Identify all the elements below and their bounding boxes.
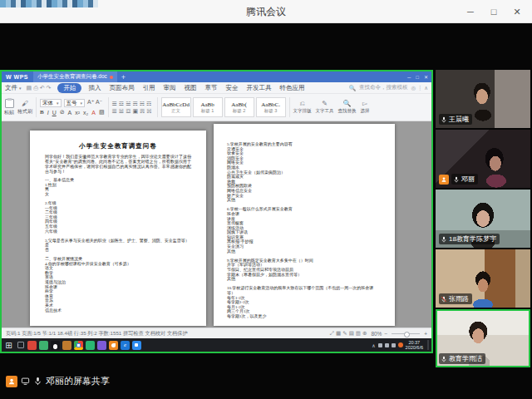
mic-icon [441,116,447,123]
zoom-level: 80% [371,331,382,337]
ribbon-tab-page-layout: 页面布局 [107,84,135,92]
tray-icon [392,343,396,347]
style-normal: AaBbCcDd正文 [161,97,191,117]
wps-logo: W WPS [6,74,28,80]
wps-statusbar: 页码:1 页面:1/5 节:1/1 18.4磅 行:35 列:2 字数:1551… [2,328,431,338]
sogou-icon [109,341,118,350]
style-heading2: AaBb(标题 2 [224,97,254,117]
new-tab-button: + [121,73,126,81]
ribbon-tab-featured-apps: 特色应用 [278,84,306,92]
document-page-2: 5.学校开展的安全教育的主要内容有 交通安全 饮食安全 消防安全 网络安全 防溺… [214,124,395,326]
font-style-buttons: BIU⊘Ax²x₂A▨ [40,109,105,116]
sharer-person-icon [6,376,17,387]
style-heading1: AaBb标题 1 [193,97,223,117]
participant-name: 教育学雨洁 [449,354,482,363]
screen-share-region: W WPS 小学生安全教育调查问卷.doc + ─□✕ 文件▾ ▤⎙↶↷ 开始 … [0,70,433,353]
tencent-meeting-icon [132,341,141,350]
meeting-window: 腾讯会议 ─ □ ✕ W WPS 小学生安全教育调查问卷.doc + ─□✕ 文… [0,0,532,399]
document-intro: 同学你好！我们是安徽师范大学教育学专业的学生，因毕业论文需要设计了这份有关“安全… [45,155,191,175]
taskbar-clock: 20:37 2020/6/6 [406,340,423,350]
system-tray: ∧ 20:37 2020/6/6 [372,340,429,350]
ribbon-tab-review: 审阅 [161,84,177,92]
ribbon-tab-references: 引用 [140,84,156,92]
windows-taskbar: ⊞ e ∧ 20:37 [2,338,431,352]
zoom-in-button: + [424,331,427,337]
zoom-slider [392,333,420,334]
mic-icon [33,377,42,386]
edge-icon: e [121,341,130,350]
mic-icon [441,356,447,362]
app-teal-icon [86,341,95,350]
search-icon: 🔍 [349,85,356,91]
font-group: 宋体▾ 五号▾ A⁺ A⁻ BIU⊘Ax²x₂A▨ [40,96,105,119]
titlebar: 腾讯会议 ─ □ ✕ [0,0,532,23]
view-mode-icons: ⤢▦✎▤▥⊕ [330,330,369,337]
show-desktop-button [427,340,429,350]
ribbon-tab-home: 开始 [57,83,81,93]
participant-tile-3[interactable]: 18教育学陈梦宇 [436,190,530,248]
tray-orange-icon [398,342,403,347]
participant-name: 王晨曦 [449,115,469,124]
wps-format-toolbar: 粘贴 🖌 格式刷 宋体▾ 五号▾ A⁺ A⁻ BIU⊘Ax²x₂A▨ [2,94,431,121]
participant-tile-5[interactable]: 教育学雨洁 [436,309,530,367]
tray-icon [385,343,389,347]
document-page-1: 小学生安全教育调查问卷 同学你好！我们是安徽师范大学教育学专业的学生，因毕业论文… [30,131,206,326]
tray-icon [378,343,382,347]
ribbon-tab-section: 章节 [203,84,219,92]
font-size-select: 五号▾ [64,99,86,107]
ribbon-tab-insert: 插入 [86,84,102,92]
document-body-page2: 5.学校开展的安全教育的主要内容有 交通安全 饮食安全 消防安全 网络安全 防溺… [227,142,382,319]
document-canvas: 小学生安全教育调查问卷 同学你好！我们是安徽师范大学教育学专业的学生，因毕业论文… [2,121,431,328]
participant-name: 邓丽 [461,175,475,184]
app-amber-icon [62,341,71,350]
participant-tile-1[interactable]: 王晨曦 [436,70,530,128]
ribbon-tab-security: 安全 [224,84,239,92]
ribbon-tab-dev-tools: 开发工具 [244,84,273,92]
document-title: 小学生安全教育调查问卷 [45,142,191,150]
format-painter-group: 🖌 格式刷 [17,96,32,119]
find-replace-tool: 🔍查找替换 [338,101,357,114]
window-title: 腾讯会议 [0,5,532,19]
toolbar-tools: ⎌文字排版 ✎文字工具 🔍查找替换 ▻选择 [293,96,370,119]
window-controls: ─ □ ✕ [461,3,527,20]
participant-tile-4[interactable]: 张雨路 [436,249,530,308]
paragraph-group: ☰☲☱☴☵☶☰☱☲▣☴☵ [112,96,154,119]
quick-access-icons: ▤⎙↶↷ [27,85,53,91]
qq-icon [51,341,60,350]
ribbon-tab-view: 视图 [182,84,198,92]
share-caption: 邓丽的屏幕共享 [6,375,110,387]
font-name-select: 宋体▾ [40,99,62,107]
share-caption-text: 邓丽的屏幕共享 [46,375,110,387]
format-painter-icon: 🖌 [22,100,28,107]
tray-expand-icon: ∧ [372,342,375,348]
wps-menubar: 文件▾ ▤⎙↶↷ 开始 插入 页面布局 引用 审阅 视图 章节 安全 开发工具 … [2,82,431,94]
screen-share-icon [21,377,30,386]
wps-document-tab: 小学生安全教育调查问卷.doc [33,71,117,82]
text-layout-tool: ⎌文字排版 [293,101,312,114]
document-tab-title: 小学生安全教育调查问卷.doc [37,73,107,81]
status-info: 页码:1 页面:1/5 节:1/1 18.4磅 行:35 列:2 字数:1551… [6,330,188,337]
unsaved-dot-icon [110,76,113,79]
screen-sharer-badge-icon [439,175,449,185]
participant-name: 张雨路 [449,294,469,303]
document-body-page1: 一、基本信息类 1.性别 男 女 2.年级 一年级 二年级 三年级 四年级 五年… [45,178,191,313]
help-icon: ◎ ⋮ ∧ [411,85,428,91]
file-menu: 文件▾ [5,84,22,92]
paste-icon [5,99,14,108]
participant-tile-2[interactable]: 邓丽 [436,130,530,188]
chrome-icon [74,341,83,350]
close-button[interactable]: ✕ [507,3,527,20]
app-red-icon [27,341,37,350]
mic-icon [441,236,447,243]
select-tool: ▻选择 [361,101,370,114]
wechat-icon [39,341,48,350]
style-gallery: AaBbCcDd正文 AaBb标题 1 AaBb(标题 2 AaBbC.标题 3 [161,96,286,119]
maximize-button[interactable]: □ [484,3,504,20]
mic-icon [453,176,460,183]
app-violet-icon [97,341,106,350]
paste-group: 粘贴 [4,96,14,119]
minimize-button[interactable]: ─ [461,3,480,20]
participant-name: 18教育学陈梦宇 [449,234,496,244]
start-button: ⊞ [4,341,13,350]
wps-window-controls: ─□✕ [407,71,428,82]
